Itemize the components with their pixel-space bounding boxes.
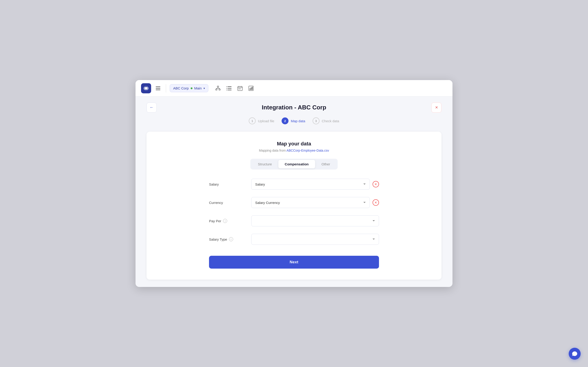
- currency-select[interactable]: Salary Currency USD EUR GBP: [251, 197, 370, 208]
- step-1-label: Upload file: [258, 119, 274, 123]
- salary-type-select[interactable]: Fixed Variable Commission: [251, 234, 379, 245]
- salary-select[interactable]: Salary Base Salary Total Compensation: [251, 179, 370, 190]
- svg-rect-7: [217, 86, 219, 87]
- step-1-number: 1: [249, 117, 256, 124]
- pay-per-select-wrap: Hour Day Month Year: [251, 215, 379, 226]
- next-button-wrap: Next: [209, 256, 379, 269]
- workspace-selector[interactable]: ABC Corp Main ▾: [170, 84, 208, 92]
- topbar-nav: [213, 83, 256, 93]
- salary-select-wrap: Salary Base Salary Total Compensation ✕: [251, 179, 379, 190]
- svg-rect-4: [156, 86, 160, 87]
- step-check-data: 3 Check data: [313, 117, 339, 124]
- main-content: ← Integration - ABC Corp ✕ 1 Upload file…: [136, 97, 452, 287]
- svg-point-3: [145, 87, 147, 90]
- app-window: ABC Corp Main ▾: [136, 80, 452, 287]
- back-button[interactable]: ←: [147, 102, 157, 113]
- currency-select-wrap: Salary Currency USD EUR GBP ✕: [251, 197, 379, 208]
- svg-point-18: [226, 88, 227, 89]
- salary-row: Salary Salary Base Salary Total Compensa…: [209, 179, 379, 190]
- main-card: Map your data Mapping data from ABCCorp-…: [147, 132, 441, 280]
- hamburger-icon[interactable]: [154, 84, 162, 92]
- next-button[interactable]: Next: [209, 256, 379, 269]
- svg-rect-25: [240, 89, 241, 89]
- svg-rect-28: [251, 87, 251, 90]
- step-map-data: 2 Map data: [282, 117, 305, 124]
- list-icon[interactable]: [224, 83, 234, 93]
- salary-remove-button[interactable]: ✕: [372, 181, 379, 187]
- tabs: Structure Compensation Other: [250, 159, 338, 169]
- step-upload-file: 1 Upload file: [249, 117, 274, 124]
- svg-rect-9: [219, 89, 220, 90]
- card-subtitle: Mapping data from ABCCorp-Employee-Data.…: [157, 149, 431, 152]
- svg-rect-5: [156, 88, 160, 89]
- svg-rect-27: [250, 88, 250, 90]
- svg-rect-8: [216, 89, 217, 90]
- back-arrow-icon: ←: [149, 105, 154, 110]
- step-3-number: 3: [313, 117, 320, 124]
- close-button[interactable]: ✕: [431, 102, 441, 113]
- salary-type-select-wrap: Fixed Variable Commission: [251, 234, 379, 245]
- svg-rect-14: [228, 86, 232, 87]
- currency-row: Currency Salary Currency USD EUR GBP ✕: [209, 197, 379, 208]
- company-name: ABC Corp: [173, 86, 189, 90]
- step-3-label: Check data: [322, 119, 339, 123]
- svg-rect-29: [252, 87, 253, 90]
- card-header: Map your data Mapping data from ABCCorp-…: [157, 141, 431, 152]
- salary-type-row: Salary Type i Fixed Variable Commission: [209, 234, 379, 245]
- pay-per-info-icon[interactable]: i: [223, 219, 227, 223]
- card-title: Map your data: [157, 141, 431, 147]
- tab-structure[interactable]: Structure: [251, 160, 278, 168]
- close-icon: ✕: [435, 105, 438, 110]
- subtitle-prefix: Mapping data from: [259, 149, 286, 152]
- remove-icon: ✕: [374, 182, 377, 186]
- pay-per-label: Pay Per i: [209, 219, 246, 223]
- remove-icon: ✕: [374, 201, 377, 204]
- chevron-down-icon: ▾: [204, 87, 205, 90]
- svg-point-19: [226, 90, 227, 90]
- page-header: ← Integration - ABC Corp ✕: [147, 104, 441, 111]
- salary-label: Salary: [209, 182, 246, 186]
- svg-rect-15: [228, 88, 232, 89]
- org-chart-icon[interactable]: [213, 83, 223, 93]
- svg-rect-6: [156, 90, 160, 90]
- topbar: ABC Corp Main ▾: [136, 80, 452, 97]
- svg-rect-24: [239, 89, 239, 89]
- salary-type-label: Salary Type i: [209, 237, 246, 241]
- svg-rect-16: [228, 90, 232, 90]
- pay-per-row: Pay Per i Hour Day Month Year: [209, 215, 379, 226]
- tab-other[interactable]: Other: [315, 160, 337, 168]
- salary-type-info-icon[interactable]: i: [229, 237, 233, 241]
- svg-point-17: [226, 86, 227, 87]
- logo-icon[interactable]: [141, 83, 151, 93]
- pay-per-select[interactable]: Hour Day Month Year: [251, 215, 379, 226]
- steps-indicator: 1 Upload file 2 Map data 3 Check data: [147, 117, 441, 124]
- branch-dot: [191, 87, 192, 89]
- calendar-icon[interactable]: [235, 83, 245, 93]
- subtitle-link[interactable]: ABCCorp-Employee-Data.csv: [286, 149, 329, 152]
- tab-compensation[interactable]: Compensation: [278, 160, 315, 168]
- currency-label: Currency: [209, 201, 246, 205]
- currency-remove-button[interactable]: ✕: [372, 199, 379, 206]
- form-section: Salary Salary Base Salary Total Compensa…: [209, 179, 379, 269]
- branch-name: Main: [194, 86, 202, 90]
- page-title: Integration - ABC Corp: [262, 104, 326, 111]
- step-2-number: 2: [282, 117, 288, 124]
- chart-icon[interactable]: [246, 83, 256, 93]
- step-2-label: Map data: [291, 119, 305, 123]
